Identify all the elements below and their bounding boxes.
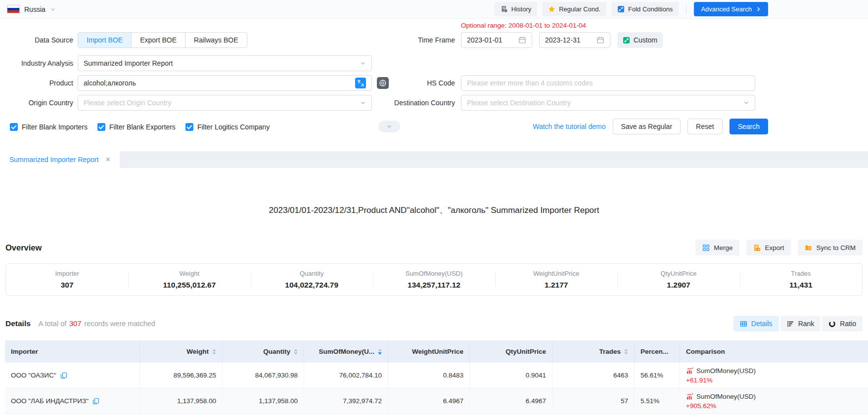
comparison-metric: SumOfMoney(USD)	[686, 367, 756, 375]
tab-summarized-importer-report[interactable]: Summarized Importer Report ×	[0, 151, 120, 168]
overview-buttons: MergeExportSync to CRM	[695, 240, 863, 255]
save-as-regular-button[interactable]: Save as Regular	[613, 119, 681, 134]
column-header-weightunitprice: WeightUnitPrice	[388, 340, 470, 363]
checkbox-checked-icon	[97, 123, 105, 131]
column-header-trades[interactable]: Trades	[552, 340, 635, 363]
view-rank-button[interactable]: Rank	[780, 316, 821, 332]
custom-range-button[interactable]: Custom	[617, 32, 663, 48]
chevron-down-icon	[743, 100, 749, 106]
export-icon	[753, 244, 761, 251]
column-label: Importer	[11, 348, 38, 355]
column-header-quantity[interactable]: Quantity	[223, 340, 304, 363]
stat-value: 134,257,117.12	[408, 281, 460, 290]
view-details-button[interactable]: Details	[733, 316, 779, 332]
cell-quantity: 84,067,930.98	[223, 363, 304, 388]
stat-weight: Weight110,255,012.67	[128, 264, 250, 295]
chevron-down-icon	[386, 124, 392, 129]
history-icon	[501, 5, 508, 13]
column-label: Quantity	[263, 348, 290, 355]
fold-conditions-button[interactable]: Fold Conditions	[611, 2, 679, 16]
table-row: ООО "ЛАБ ИНДАСТРИЗ"1,137,958.001,137,958…	[5, 388, 868, 414]
column-header-sumofmoney-u[interactable]: SumOfMoney(U...	[304, 340, 388, 363]
origin-country-placeholder: Please select Origin Country	[84, 99, 171, 107]
data-source-tabs: Import BOEExport BOERailways BOE	[78, 32, 247, 48]
optional-range-text: Optional range: 2008-01-01 to 2024-01-04	[461, 22, 586, 29]
checkbox-filter-blank-importers[interactable]: Filter Blank Importers	[10, 123, 88, 131]
checkbox-filter-blank-exporters[interactable]: Filter Blank Exporters	[97, 123, 176, 131]
close-icon[interactable]: ×	[106, 156, 110, 164]
stat-label: Trades	[791, 270, 811, 277]
column-header-comparison: Comparison	[680, 340, 868, 363]
industry-analysis-select[interactable]: Summarized Importer Report	[78, 55, 372, 71]
filter-checkboxes: Filter Blank ImportersFilter Blank Expor…	[10, 120, 270, 134]
importer-name: ООО "ЛАБ ИНДАСТРИЗ"	[11, 397, 89, 405]
chevron-down-icon	[360, 60, 366, 66]
advanced-search-label: Advanced Search	[701, 5, 752, 13]
ratio-icon	[828, 320, 836, 328]
stat-value: 307	[61, 281, 74, 290]
export-button[interactable]: Export	[746, 240, 791, 255]
reset-button[interactable]: Reset	[687, 119, 723, 134]
collapse-conditions-button[interactable]	[378, 121, 400, 132]
cell-weightunitprice: 0.8483	[388, 363, 470, 388]
sort-carets-icon	[294, 349, 298, 355]
cell-comparison: SumOfMoney(USD)+905.62%	[680, 388, 868, 414]
calendar-icon[interactable]	[596, 36, 604, 44]
industry-analysis-label: Industry Analysis	[0, 55, 73, 71]
column-header-qtyunitprice: QtyUnitPrice	[470, 340, 552, 363]
importer-name: ООО "ОАЗИС"	[11, 372, 56, 379]
hs-code-input-wrap	[461, 75, 755, 91]
data-source-tab-export-boe[interactable]: Export BOE	[131, 33, 185, 47]
view-ratio-button[interactable]: Ratio	[822, 316, 863, 332]
product-input[interactable]	[84, 79, 355, 87]
sync-to-crm-button[interactable]: Sync to CRM	[798, 240, 863, 255]
stat-label: SumOfMoney(USD)	[406, 270, 463, 277]
date-to-input[interactable]: 2023-12-31	[539, 32, 610, 48]
overview-row: Overview MergeExportSync to CRM	[5, 240, 863, 255]
stat-label: Weight	[180, 270, 199, 277]
column-header-weight[interactable]: Weight	[140, 340, 223, 363]
country-selector[interactable]: Russia	[7, 0, 56, 18]
advanced-search-button[interactable]: Advanced Search	[694, 2, 768, 16]
checkbox-filter-logitics-company[interactable]: Filter Logitics Company	[185, 123, 270, 131]
merge-button[interactable]: Merge	[695, 240, 739, 255]
stat-weightunitprice: WeightUnitPrice1.2177	[495, 264, 617, 295]
view-switch-buttons: DetailsRankRatio	[733, 316, 863, 332]
sort-carets-icon	[624, 349, 628, 355]
report-title: 2023/01/01-2023/12/31,Product AND"alcoho…	[0, 205, 868, 216]
stat-trades: Trades11,431	[740, 264, 862, 295]
stat-label: Importer	[55, 270, 79, 277]
calendar-icon[interactable]	[518, 36, 526, 44]
rank-icon	[787, 320, 794, 328]
table-row: ООО "ОАЗИС"89,596,369.2584,067,930.9876,…	[5, 363, 868, 388]
column-label: WeightUnitPrice	[412, 348, 463, 355]
copy-icon[interactable]	[92, 398, 99, 405]
trend-chart-icon	[686, 367, 693, 375]
cell-weight: 1,137,958.00	[140, 388, 223, 414]
page: Russia HistoryRegular Cond.Fold Conditio…	[0, 0, 868, 419]
destination-country-select[interactable]: Please select Destination Country	[461, 95, 755, 111]
cell-weightunitprice: 6.4967	[388, 388, 470, 414]
search-button[interactable]: Search	[730, 119, 768, 134]
topbar: Russia HistoryRegular Cond.Fold Conditio…	[0, 0, 868, 19]
hs-code-input[interactable]	[467, 79, 749, 87]
sort-carets-icon	[212, 349, 216, 355]
checkbox-label: Filter Blank Exporters	[109, 123, 176, 131]
details-row: Details A total of 307 records were matc…	[5, 316, 863, 332]
form-actions: Watch the tutorial demo Save as Regular …	[533, 119, 768, 134]
cell-sumofmoney-u: 7,392,974.72	[304, 388, 388, 414]
copy-icon[interactable]	[60, 372, 67, 379]
destination-country-label: Destination Country	[317, 95, 455, 111]
data-source-label: Data Source	[0, 32, 73, 48]
tutorial-demo-link[interactable]: Watch the tutorial demo	[533, 123, 605, 130]
cell-percen: 5.51%	[635, 388, 680, 414]
data-source-tab-import-boe[interactable]: Import BOE	[78, 33, 131, 47]
regular-cond-button[interactable]: Regular Cond.	[542, 2, 606, 16]
date-from-input[interactable]: 2023-01-01	[461, 32, 532, 48]
cell-importer: ООО "ОАЗИС"	[5, 363, 140, 388]
match-suffix: records were matched	[84, 320, 155, 328]
stat-value: 1.2907	[667, 281, 690, 290]
data-source-tab-railways-boe[interactable]: Railways BOE	[185, 33, 246, 47]
checkbox-label: Filter Blank Importers	[22, 123, 88, 131]
history-button[interactable]: History	[495, 2, 537, 16]
